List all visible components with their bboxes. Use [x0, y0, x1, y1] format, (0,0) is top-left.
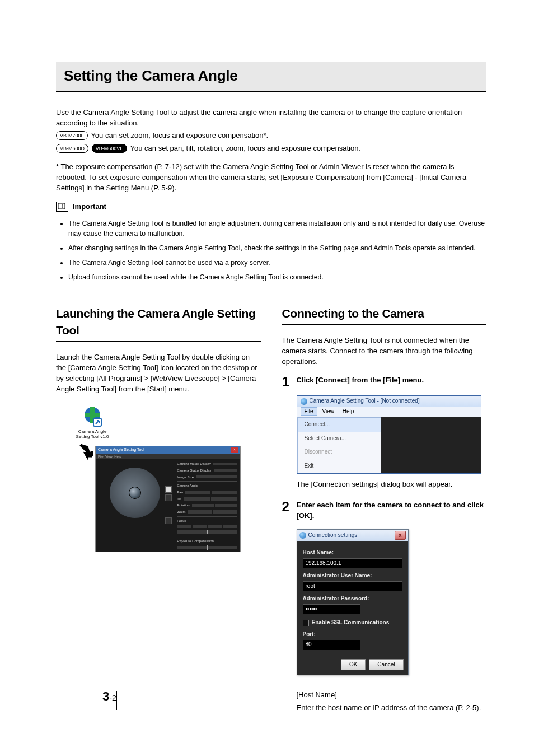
def-desc: Enter the host name or IP address of the… [297, 703, 487, 713]
ok-button[interactable]: OK [341, 659, 366, 671]
camera-angle-tool-window[interactable]: Camera Angle Setting Tool × File View He… [95, 446, 241, 552]
svg-text:!: ! [62, 203, 63, 209]
admin-pass-label: Administrator Password: [303, 595, 402, 603]
host-name-field[interactable]: 192.168.100.1 [303, 558, 402, 569]
icon-label-2: Setting Tool v1.0 [73, 435, 112, 440]
file-dropdown[interactable]: Connect... Select Camera... Disconnect E… [297, 417, 381, 473]
step-1-result: The [Connection settings] dialog box wil… [297, 479, 487, 490]
admin-pass-field[interactable]: •••••• [303, 604, 360, 615]
step-number: 1 [282, 375, 291, 389]
admin-user-field[interactable]: root [303, 581, 402, 592]
important-list: The Camera Angle Setting Tool is bundled… [56, 219, 486, 282]
app-orb-icon [299, 532, 306, 539]
step-2: 2 Enter each item for the camera to conn… [282, 500, 487, 716]
chapter-number: 3 [102, 689, 109, 703]
connection-settings-dialog[interactable]: Connection settings x Host Name: 192.168… [297, 529, 409, 676]
window-title: Camera Angle Setting Tool - [Not connect… [310, 397, 420, 405]
connect-description: The Camera Angle Setting Tool is not con… [282, 335, 487, 367]
right-column: Connecting to the Camera The Camera Angl… [282, 305, 487, 716]
important-header: ! Important [56, 202, 486, 215]
important-item: After changing settings in the Camera An… [68, 244, 486, 254]
window-titlebar[interactable]: Camera Angle Setting Tool × [96, 446, 240, 453]
step-number: 2 [282, 500, 291, 514]
intro: Use the Camera Angle Setting Tool to adj… [56, 108, 486, 154]
section-heading-launch: Launching the Camera Angle Setting Tool [56, 305, 261, 343]
ssl-label: Enable SSL Communications [312, 619, 390, 627]
host-name-label: Host Name: [303, 549, 402, 557]
footnote: * The exposure compensation (P. 7-12) se… [56, 162, 486, 194]
important-label: Important [73, 202, 106, 212]
menu-file[interactable]: File [301, 407, 317, 416]
important-item: Upload functions cannot be used while th… [68, 273, 486, 283]
intro-line-3-text: You can set pan, tilt, rotation, zoom, f… [128, 144, 360, 152]
def-term: [Host Name] [297, 690, 487, 701]
step-1-text: Click [Connect] from the [File] menu. [297, 375, 487, 386]
host-name-definition: [Host Name] Enter the host name or IP ad… [297, 690, 487, 713]
controls-pane[interactable]: Camera Model Display Camera Status Displ… [174, 459, 240, 552]
step-2-text: Enter each item for the camera to connec… [297, 500, 487, 521]
menu-help[interactable]: Help [339, 408, 358, 415]
page-no: -2 [109, 693, 116, 702]
cancel-button[interactable]: Cancel [369, 659, 403, 671]
intro-line-2-text: You can set zoom, focus and exposure com… [89, 131, 268, 139]
menu-view[interactable]: View [318, 408, 338, 415]
file-menu-screenshot: Camera Angle Setting Tool - [Not connect… [297, 395, 481, 474]
menuitem-disconnect: Disconnect [298, 445, 381, 459]
port-label: Port: [303, 631, 402, 639]
camera-angle-tool-icon [80, 404, 105, 428]
important-block: ! Important The Camera Angle Setting Too… [56, 202, 486, 283]
page-number: 3-2 [102, 688, 116, 706]
port-field[interactable]: 80 [303, 640, 360, 650]
page-title: Setting the Camera Angle [64, 66, 479, 87]
menuitem-connect[interactable]: Connect... [298, 418, 381, 432]
preview-dark-area [381, 417, 481, 473]
intro-line-3: VB-M600D VB-M600VE You can set pan, tilt… [56, 143, 486, 154]
close-icon[interactable]: x [395, 531, 406, 540]
svg-rect-4 [85, 413, 100, 417]
badge-vb-m700f: VB-M700F [56, 131, 88, 140]
dialog-title: Connection settings [308, 531, 358, 540]
ssl-checkbox[interactable] [303, 620, 309, 626]
important-item: The Camera Angle Setting Tool is bundled… [68, 219, 486, 239]
admin-user-label: Administrator User Name: [303, 572, 402, 580]
page-title-bar: Setting the Camera Angle [56, 62, 486, 92]
badge-vb-m600ve: VB-M600VE [92, 144, 128, 153]
arrow-down-icon [76, 442, 96, 463]
desktop-shortcut-icon[interactable]: Camera Angle Setting Tool v1.0 [73, 404, 112, 440]
page-number-divider [116, 691, 117, 710]
close-icon[interactable]: × [231, 447, 238, 452]
step-1: 1 Click [Connect] from the [File] menu. … [282, 375, 487, 493]
section-heading-connect: Connecting to the Camera [282, 305, 487, 325]
dialog-titlebar[interactable]: Connection settings x [297, 530, 408, 542]
intro-line-2: VB-M700F You can set zoom, focus and exp… [56, 130, 486, 141]
warning-icon: ! [56, 202, 68, 212]
footnote-text: * The exposure compensation (P. 7-12) se… [56, 162, 486, 194]
app-orb-icon [301, 398, 307, 405]
launch-description: Launch the Camera Angle Setting Tool by … [56, 352, 261, 394]
intro-line-1: Use the Camera Angle Setting Tool to adj… [56, 108, 486, 129]
badge-vb-m600d: VB-M600D [56, 144, 88, 153]
left-column: Launching the Camera Angle Setting Tool … [56, 305, 261, 716]
menubar[interactable]: File View Help [297, 407, 481, 418]
menuitem-exit[interactable]: Exit [298, 459, 381, 473]
preview-pane[interactable] [96, 459, 174, 526]
important-item: The Camera Angle Setting Tool cannot be … [68, 258, 486, 268]
menuitem-select-camera[interactable]: Select Camera... [298, 432, 381, 446]
window-titlebar: Camera Angle Setting Tool - [Not connect… [297, 396, 481, 407]
window-title: Camera Angle Setting Tool [98, 447, 144, 452]
